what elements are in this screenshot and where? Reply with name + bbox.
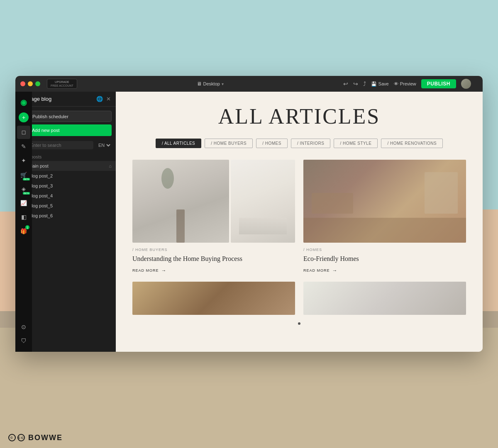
post-name: Blog post_5 [29, 203, 112, 208]
read-more-arrow-icon: → [332, 268, 338, 273]
blog-main-title: ALL ARTICLES [132, 104, 466, 129]
blog-preview: ALL ARTICLES / ALL ARTICLES / HOME BUYER… [116, 92, 483, 335]
language-select[interactable]: EN [97, 142, 112, 148]
brand-logo-icon: ◉ [17, 96, 30, 109]
analytics-nav-icon[interactable]: 📈 [17, 196, 30, 209]
browser-titlebar: UPGRADE FREE ACCOUNT 🖥 Desktop ▾ ↩ ↪ ⤴ [15, 76, 483, 92]
upgrade-label: UPGRADE [51, 80, 73, 84]
add-new-post-button[interactable]: + Add new post [20, 124, 112, 136]
article-card: / HOME BUYERS Understanding the Home Buy… [132, 160, 295, 273]
cat-tab-all[interactable]: / ALL ARTICLES [156, 139, 201, 148]
crm-beta-badge: BETA [23, 192, 30, 195]
article-meta: / HOMES Eco-Friendly Homes READ MORE → [303, 248, 466, 273]
close-button[interactable] [20, 81, 25, 86]
post-name: Blog post_4 [29, 193, 112, 198]
article-headline: Understanding the Home Buying Process [132, 254, 295, 263]
layers-nav-icon[interactable]: ◧ [17, 210, 30, 224]
browser-toolbar: UPGRADE FREE ACCOUNT 🖥 Desktop ▾ ↩ ↪ ⤴ [40, 79, 478, 89]
bowwe-logo: © CC BOWWE [8, 433, 63, 442]
save-icon: 💾 [371, 81, 377, 87]
free-account-label: FREE ACCOUNT [51, 84, 73, 88]
publish-label: PUBLISH [427, 81, 450, 87]
post-name: Blog post_3 [29, 183, 112, 188]
bottom-article-img-left [132, 282, 295, 315]
bowwe-copyright-icons: © CC [8, 434, 25, 441]
bottom-articles-row [132, 282, 466, 315]
apps-nav-icon[interactable]: 🎁 1 [17, 224, 30, 238]
maximize-button[interactable] [35, 81, 40, 86]
cat-tab-homebuyers[interactable]: / HOME BUYERS [205, 139, 253, 148]
chevron-down-icon[interactable]: ▾ [222, 82, 224, 86]
post-name: Main post [29, 163, 106, 168]
read-more-label: READ MORE [303, 268, 330, 273]
article-image-composite [132, 160, 295, 243]
left-nav-panel: ◉ + □ ✎ ✦ 🛒 BETA ◈ BETA 📈 ◧ 🎁 1 ⊙ ⛉ [15, 92, 32, 352]
cat-tab-homestyle[interactable]: / HOME STYLE [334, 139, 378, 148]
page-indicator [132, 319, 466, 326]
preview-icon: 👁 [394, 81, 398, 86]
edit-nav-icon[interactable]: ✎ [17, 140, 30, 153]
home-icon: ⌂ [109, 163, 112, 168]
apps-badge: 1 [25, 225, 29, 229]
article-card: / HOMES Eco-Friendly Homes READ MORE → [303, 160, 466, 273]
publish-scheduler-label: Publish scheduler [32, 114, 68, 119]
security-nav-icon[interactable]: ⛉ [17, 334, 30, 348]
article-category: / HOME BUYERS [132, 248, 295, 252]
undo-icon: ↩ [343, 80, 348, 87]
crm-nav-icon[interactable]: ◈ BETA [17, 182, 30, 195]
toolbar-left: UPGRADE FREE ACCOUNT [47, 79, 77, 89]
design-nav-icon[interactable]: ✦ [17, 154, 30, 167]
add-new-post-label: Add new post [32, 128, 60, 133]
articles-grid: / HOME BUYERS Understanding the Home Buy… [132, 160, 466, 273]
preview-label: Preview [400, 81, 416, 86]
save-label: Save [378, 81, 389, 86]
article-meta: / HOME BUYERS Understanding the Home Buy… [132, 248, 295, 273]
bottom-article-img-right [303, 282, 466, 315]
add-page-button[interactable]: + [19, 112, 29, 122]
publish-scheduler-button[interactable]: 📅 Publish scheduler [20, 111, 112, 122]
store-nav-icon[interactable]: 🛒 BETA [17, 168, 30, 181]
share-button[interactable]: ⤴ [363, 80, 366, 87]
cat-tab-homes[interactable]: / HOMES [256, 139, 288, 148]
sidebar-header-icons: 🌐 ✕ [96, 96, 111, 102]
desktop-label[interactable]: Desktop [203, 81, 220, 86]
article-category: / HOMES [303, 248, 466, 252]
publish-button[interactable]: PUBLISH [421, 79, 456, 88]
user-avatar[interactable] [461, 79, 471, 89]
upgrade-badge[interactable]: UPGRADE FREE ACCOUNT [47, 79, 77, 89]
sidebar-close-button[interactable]: ✕ [106, 96, 111, 102]
browser-window: UPGRADE FREE ACCOUNT 🖥 Desktop ▾ ↩ ↪ ⤴ [15, 76, 483, 352]
bowwe-wordmark: BOWWE [28, 433, 63, 442]
browser-content: Manage blog 🌐 ✕ 📅 Publish scheduler + Ad… [15, 92, 483, 352]
search-input[interactable] [30, 143, 90, 148]
share-icon: ⤴ [363, 80, 366, 87]
media-nav-icon[interactable]: ⊙ [17, 320, 30, 334]
toolbar-center: 🖥 Desktop ▾ [197, 81, 224, 87]
creative-commons-icon: CC [17, 434, 25, 441]
minimize-button[interactable] [28, 81, 33, 86]
cat-tab-renovations[interactable]: / HOME RENOVATIONS [381, 139, 443, 148]
save-button[interactable]: 💾 Save [371, 81, 389, 87]
pages-nav-icon[interactable]: □ [17, 126, 30, 139]
store-beta-badge: BETA [23, 178, 30, 180]
preview-button[interactable]: 👁 Preview [394, 81, 416, 86]
copyright-icon: © [8, 434, 16, 441]
read-more-label: READ MORE [132, 268, 159, 273]
toolbar-right: ↩ ↪ ⤴ 💾 Save 👁 Preview PUBLISH [343, 79, 471, 89]
indicator-dot [298, 322, 300, 325]
read-more-link[interactable]: READ MORE → [132, 268, 295, 273]
post-name: Blog post_2 [29, 173, 112, 178]
main-preview-area: ALL ARTICLES / ALL ARTICLES / HOME BUYER… [116, 92, 483, 352]
undo-button[interactable]: ↩ [343, 80, 348, 87]
sidebar-globe-button[interactable]: 🌐 [96, 96, 103, 102]
read-more-arrow-icon: → [161, 268, 167, 273]
cat-tab-interiors[interactable]: / INTERIORS [291, 139, 331, 148]
redo-icon: ↪ [353, 80, 358, 87]
category-tabs: / ALL ARTICLES / HOME BUYERS / HOMES / I… [132, 139, 466, 148]
read-more-link[interactable]: READ MORE → [303, 268, 466, 273]
footer-bar: © CC BOWWE [0, 427, 498, 448]
post-name: Blog post_6 [29, 213, 112, 218]
article-headline: Eco-Friendly Homes [303, 254, 466, 263]
redo-button[interactable]: ↪ [353, 80, 358, 87]
traffic-lights [20, 81, 40, 86]
